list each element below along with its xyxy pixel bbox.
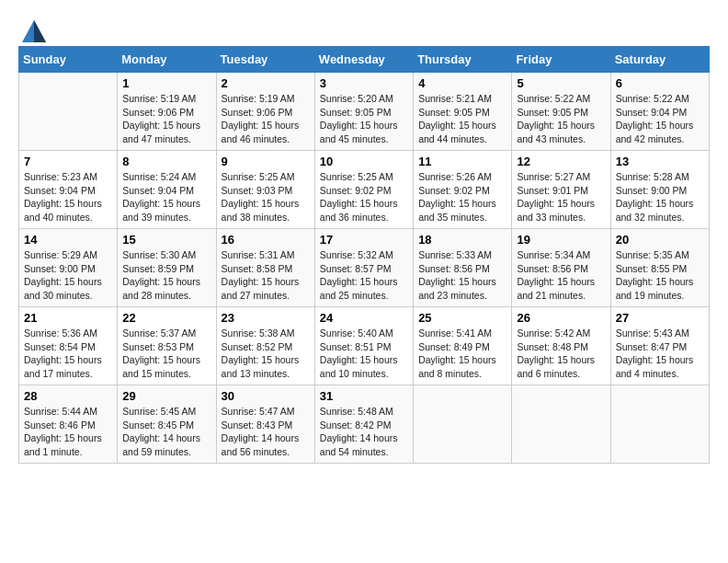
calendar-cell: 18Sunrise: 5:33 AMSunset: 8:56 PMDayligh… xyxy=(414,229,512,307)
cell-sun-info: Sunrise: 5:38 AMSunset: 8:52 PMDaylight:… xyxy=(222,327,310,381)
cell-sun-info: Sunrise: 5:47 AMSunset: 8:43 PMDaylight:… xyxy=(222,405,310,459)
week-row-4: 21Sunrise: 5:36 AMSunset: 8:54 PMDayligh… xyxy=(19,307,710,385)
cell-sun-info: Sunrise: 5:26 AMSunset: 9:02 PMDaylight:… xyxy=(418,170,506,224)
day-number: 27 xyxy=(616,311,704,325)
calendar-cell xyxy=(19,73,118,151)
cell-sun-info: Sunrise: 5:33 AMSunset: 8:56 PMDaylight:… xyxy=(418,248,506,303)
day-number: 8 xyxy=(122,155,210,168)
cell-sun-info: Sunrise: 5:29 AMSunset: 9:00 PMDaylight:… xyxy=(24,248,112,303)
day-number: 26 xyxy=(517,311,605,325)
cell-sun-info: Sunrise: 5:37 AMSunset: 8:53 PMDaylight:… xyxy=(122,327,210,381)
day-number: 5 xyxy=(517,76,605,90)
calendar-cell: 25Sunrise: 5:41 AMSunset: 8:49 PMDayligh… xyxy=(414,307,512,385)
day-header-wednesday: Wednesday xyxy=(314,47,413,73)
calendar-cell: 29Sunrise: 5:45 AMSunset: 8:45 PMDayligh… xyxy=(118,385,216,464)
calendar-cell: 12Sunrise: 5:27 AMSunset: 9:01 PMDayligh… xyxy=(512,151,610,229)
calendar-cell: 10Sunrise: 5:25 AMSunset: 9:02 PMDayligh… xyxy=(314,151,413,229)
cell-sun-info: Sunrise: 5:40 AMSunset: 8:51 PMDaylight:… xyxy=(320,327,408,381)
cell-sun-info: Sunrise: 5:20 AMSunset: 9:05 PMDaylight:… xyxy=(320,92,408,146)
calendar-cell: 27Sunrise: 5:43 AMSunset: 8:47 PMDayligh… xyxy=(610,307,709,385)
cell-sun-info: Sunrise: 5:34 AMSunset: 8:56 PMDaylight:… xyxy=(517,248,605,303)
week-row-2: 7Sunrise: 5:23 AMSunset: 9:04 PMDaylight… xyxy=(19,151,710,229)
cell-sun-info: Sunrise: 5:36 AMSunset: 8:54 PMDaylight:… xyxy=(24,327,112,381)
day-number: 18 xyxy=(418,233,506,247)
cell-sun-info: Sunrise: 5:19 AMSunset: 9:06 PMDaylight:… xyxy=(122,92,210,146)
calendar-table: SundayMondayTuesdayWednesdayThursdayFrid… xyxy=(18,46,710,464)
logo-icon xyxy=(20,18,48,44)
calendar-cell: 19Sunrise: 5:34 AMSunset: 8:56 PMDayligh… xyxy=(512,229,610,307)
calendar-cell: 7Sunrise: 5:23 AMSunset: 9:04 PMDaylight… xyxy=(19,151,118,229)
cell-sun-info: Sunrise: 5:23 AMSunset: 9:04 PMDaylight:… xyxy=(24,170,112,224)
cell-sun-info: Sunrise: 5:22 AMSunset: 9:05 PMDaylight:… xyxy=(517,92,605,146)
week-row-3: 14Sunrise: 5:29 AMSunset: 9:00 PMDayligh… xyxy=(19,229,710,307)
day-number: 30 xyxy=(222,389,310,403)
calendar-cell: 8Sunrise: 5:24 AMSunset: 9:04 PMDaylight… xyxy=(118,151,216,229)
day-number: 11 xyxy=(418,155,506,168)
day-header-saturday: Saturday xyxy=(610,47,709,73)
day-number: 14 xyxy=(24,233,112,247)
calendar-cell: 30Sunrise: 5:47 AMSunset: 8:43 PMDayligh… xyxy=(216,385,314,464)
cell-sun-info: Sunrise: 5:19 AMSunset: 9:06 PMDaylight:… xyxy=(222,92,310,146)
cell-sun-info: Sunrise: 5:43 AMSunset: 8:47 PMDaylight:… xyxy=(616,327,704,381)
day-number: 4 xyxy=(418,76,506,90)
cell-sun-info: Sunrise: 5:22 AMSunset: 9:04 PMDaylight:… xyxy=(616,92,704,146)
day-number: 16 xyxy=(222,233,310,247)
day-number: 2 xyxy=(222,76,310,90)
cell-sun-info: Sunrise: 5:31 AMSunset: 8:58 PMDaylight:… xyxy=(222,248,310,303)
calendar-cell: 4Sunrise: 5:21 AMSunset: 9:05 PMDaylight… xyxy=(414,73,512,151)
day-number: 9 xyxy=(222,155,310,168)
day-header-monday: Monday xyxy=(118,47,216,73)
cell-sun-info: Sunrise: 5:35 AMSunset: 8:55 PMDaylight:… xyxy=(616,248,704,303)
day-header-sunday: Sunday xyxy=(19,47,118,73)
header-row: SundayMondayTuesdayWednesdayThursdayFrid… xyxy=(19,47,710,73)
cell-sun-info: Sunrise: 5:42 AMSunset: 8:48 PMDaylight:… xyxy=(517,327,605,381)
day-header-friday: Friday xyxy=(512,47,610,73)
day-number: 31 xyxy=(320,389,408,403)
cell-sun-info: Sunrise: 5:25 AMSunset: 9:02 PMDaylight:… xyxy=(320,170,408,224)
day-number: 20 xyxy=(616,233,704,247)
day-number: 12 xyxy=(517,155,605,168)
day-number: 21 xyxy=(24,311,112,325)
week-row-1: 1Sunrise: 5:19 AMSunset: 9:06 PMDaylight… xyxy=(19,73,710,151)
calendar-cell: 3Sunrise: 5:20 AMSunset: 9:05 PMDaylight… xyxy=(314,73,413,151)
cell-sun-info: Sunrise: 5:24 AMSunset: 9:04 PMDaylight:… xyxy=(122,170,210,224)
week-row-5: 28Sunrise: 5:44 AMSunset: 8:46 PMDayligh… xyxy=(19,385,710,464)
calendar-cell: 16Sunrise: 5:31 AMSunset: 8:58 PMDayligh… xyxy=(216,229,314,307)
day-number: 23 xyxy=(222,311,310,325)
calendar-cell: 23Sunrise: 5:38 AMSunset: 8:52 PMDayligh… xyxy=(216,307,314,385)
cell-sun-info: Sunrise: 5:32 AMSunset: 8:57 PMDaylight:… xyxy=(320,248,408,303)
calendar-cell: 14Sunrise: 5:29 AMSunset: 9:00 PMDayligh… xyxy=(19,229,118,307)
calendar-cell: 11Sunrise: 5:26 AMSunset: 9:02 PMDayligh… xyxy=(414,151,512,229)
day-number: 17 xyxy=(320,233,408,247)
cell-sun-info: Sunrise: 5:30 AMSunset: 8:59 PMDaylight:… xyxy=(122,248,210,303)
calendar-cell: 15Sunrise: 5:30 AMSunset: 8:59 PMDayligh… xyxy=(118,229,216,307)
day-number: 15 xyxy=(122,233,210,247)
calendar-cell: 28Sunrise: 5:44 AMSunset: 8:46 PMDayligh… xyxy=(19,385,118,464)
day-number: 6 xyxy=(616,76,704,90)
calendar-cell: 26Sunrise: 5:42 AMSunset: 8:48 PMDayligh… xyxy=(512,307,610,385)
calendar-cell: 17Sunrise: 5:32 AMSunset: 8:57 PMDayligh… xyxy=(314,229,413,307)
calendar-cell: 22Sunrise: 5:37 AMSunset: 8:53 PMDayligh… xyxy=(118,307,216,385)
day-number: 29 xyxy=(122,389,210,403)
calendar-cell xyxy=(512,385,610,464)
day-number: 25 xyxy=(418,311,506,325)
page-header xyxy=(18,18,710,37)
cell-sun-info: Sunrise: 5:25 AMSunset: 9:03 PMDaylight:… xyxy=(222,170,310,224)
cell-sun-info: Sunrise: 5:21 AMSunset: 9:05 PMDaylight:… xyxy=(418,92,506,146)
day-number: 19 xyxy=(517,233,605,247)
logo xyxy=(18,18,48,37)
cell-sun-info: Sunrise: 5:44 AMSunset: 8:46 PMDaylight:… xyxy=(24,405,112,459)
day-number: 1 xyxy=(122,76,210,90)
day-number: 10 xyxy=(320,155,408,168)
day-number: 13 xyxy=(616,155,704,168)
day-number: 24 xyxy=(320,311,408,325)
cell-sun-info: Sunrise: 5:27 AMSunset: 9:01 PMDaylight:… xyxy=(517,170,605,224)
cell-sun-info: Sunrise: 5:28 AMSunset: 9:00 PMDaylight:… xyxy=(616,170,704,224)
calendar-cell: 24Sunrise: 5:40 AMSunset: 8:51 PMDayligh… xyxy=(314,307,413,385)
calendar-cell: 6Sunrise: 5:22 AMSunset: 9:04 PMDaylight… xyxy=(610,73,709,151)
cell-sun-info: Sunrise: 5:41 AMSunset: 8:49 PMDaylight:… xyxy=(418,327,506,381)
day-number: 22 xyxy=(122,311,210,325)
calendar-cell: 5Sunrise: 5:22 AMSunset: 9:05 PMDaylight… xyxy=(512,73,610,151)
day-number: 7 xyxy=(24,155,112,168)
calendar-cell: 9Sunrise: 5:25 AMSunset: 9:03 PMDaylight… xyxy=(216,151,314,229)
